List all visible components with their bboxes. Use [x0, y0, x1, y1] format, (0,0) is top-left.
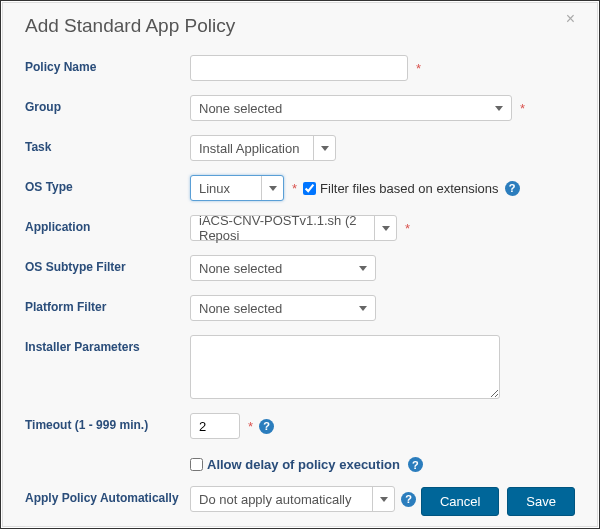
help-icon[interactable]: ?: [259, 419, 274, 434]
chevron-down-icon: [495, 106, 503, 111]
timeout-input[interactable]: [190, 413, 240, 439]
cancel-button[interactable]: Cancel: [421, 487, 499, 516]
dialog-header: Add Standard App Policy ×: [25, 15, 575, 37]
allow-delay-label: Allow delay of policy execution: [207, 457, 400, 472]
installer-parameters-label: Installer Parameters: [25, 335, 190, 354]
filter-files-checkbox-wrap[interactable]: Filter files based on extensions: [303, 181, 498, 196]
timeout-label: Timeout (1 - 999 min.): [25, 413, 190, 432]
add-standard-app-policy-dialog: Add Standard App Policy × Policy Name * …: [2, 2, 598, 527]
os-subtype-filter-label: OS Subtype Filter: [25, 255, 190, 274]
os-type-select[interactable]: Linux: [190, 175, 284, 201]
filter-files-label: Filter files based on extensions: [320, 181, 498, 196]
application-select-value: iACS-CNV-POSTv1.1.sh (2 Reposi: [199, 213, 372, 243]
help-icon[interactable]: ?: [401, 492, 416, 507]
apply-policy-automatically-value: Do not apply automatically: [199, 492, 351, 507]
required-marker: *: [248, 419, 253, 434]
apply-policy-automatically-label: Apply Policy Automatically: [25, 486, 190, 505]
application-select[interactable]: iACS-CNV-POSTv1.1.sh (2 Reposi: [190, 215, 397, 241]
apply-policy-automatically-select[interactable]: Do not apply automatically: [190, 486, 395, 512]
os-subtype-filter-select[interactable]: None selected: [190, 255, 376, 281]
group-select[interactable]: None selected: [190, 95, 512, 121]
filter-files-checkbox[interactable]: [303, 182, 316, 195]
group-label: Group: [25, 95, 190, 114]
policy-name-input[interactable]: [190, 55, 408, 81]
policy-name-label: Policy Name: [25, 55, 190, 74]
allow-delay-checkbox-wrap[interactable]: Allow delay of policy execution: [190, 457, 400, 472]
dialog-footer: Cancel Save: [421, 487, 575, 516]
divider: [25, 526, 575, 527]
chevron-down-icon: [321, 146, 329, 151]
required-marker: *: [416, 61, 421, 76]
form-body: Policy Name * Group None selected * Task…: [25, 47, 575, 527]
chevron-down-icon: [359, 306, 367, 311]
group-select-value: None selected: [199, 101, 282, 116]
required-marker: *: [292, 181, 297, 196]
task-select-value: Install Application: [199, 141, 299, 156]
help-icon[interactable]: ?: [505, 181, 520, 196]
platform-filter-value: None selected: [199, 301, 282, 316]
task-select[interactable]: Install Application: [190, 135, 336, 161]
platform-filter-label: Platform Filter: [25, 295, 190, 314]
chevron-down-icon: [380, 497, 388, 502]
chevron-down-icon: [269, 186, 277, 191]
application-label: Application: [25, 215, 190, 234]
chevron-down-icon: [382, 226, 390, 231]
save-button[interactable]: Save: [507, 487, 575, 516]
platform-filter-select[interactable]: None selected: [190, 295, 376, 321]
chevron-down-icon: [359, 266, 367, 271]
allow-delay-checkbox[interactable]: [190, 458, 203, 471]
required-marker: *: [520, 101, 525, 116]
required-marker: *: [405, 221, 410, 236]
close-icon[interactable]: ×: [566, 11, 575, 27]
help-icon[interactable]: ?: [408, 457, 423, 472]
task-label: Task: [25, 135, 190, 154]
installer-parameters-input[interactable]: [190, 335, 500, 399]
os-type-label: OS Type: [25, 175, 190, 194]
os-type-select-value: Linux: [199, 181, 230, 196]
dialog-title: Add Standard App Policy: [25, 15, 235, 37]
os-subtype-filter-value: None selected: [199, 261, 282, 276]
